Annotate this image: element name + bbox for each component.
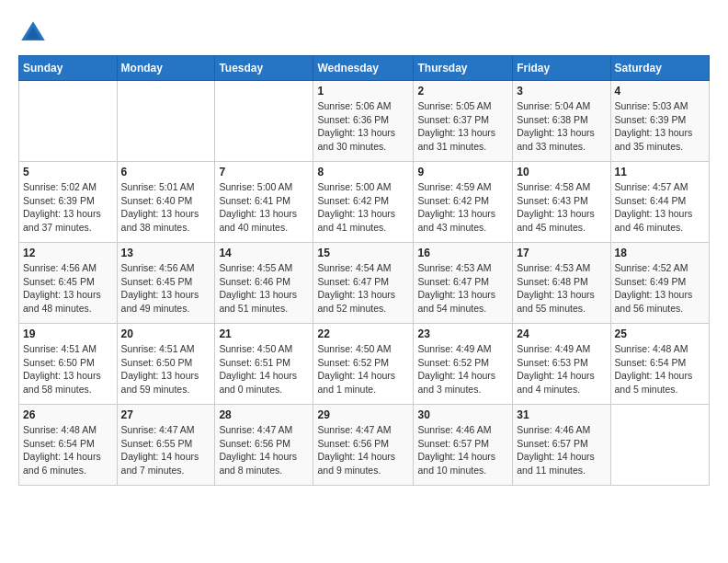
calendar-cell: 27Sunrise: 4:47 AM Sunset: 6:55 PM Dayli… bbox=[117, 405, 215, 486]
day-detail: Sunrise: 4:59 AM Sunset: 6:42 PM Dayligh… bbox=[417, 180, 508, 235]
day-header-wednesday: Wednesday bbox=[313, 56, 414, 81]
logo bbox=[18, 18, 51, 48]
page-container: SundayMondayTuesdayWednesdayThursdayFrid… bbox=[18, 18, 710, 486]
calendar-cell: 16Sunrise: 4:53 AM Sunset: 6:47 PM Dayli… bbox=[414, 243, 513, 324]
day-number: 9 bbox=[417, 166, 508, 178]
calendar-cell: 29Sunrise: 4:47 AM Sunset: 6:56 PM Dayli… bbox=[313, 405, 414, 486]
calendar-cell: 13Sunrise: 4:56 AM Sunset: 6:45 PM Dayli… bbox=[117, 243, 215, 324]
day-detail: Sunrise: 4:46 AM Sunset: 6:57 PM Dayligh… bbox=[517, 423, 606, 477]
day-detail: Sunrise: 5:03 AM Sunset: 6:39 PM Dayligh… bbox=[615, 99, 705, 154]
day-number: 14 bbox=[219, 247, 309, 259]
day-header-friday: Friday bbox=[513, 56, 610, 81]
calendar-cell: 31Sunrise: 4:46 AM Sunset: 6:57 PM Dayli… bbox=[513, 405, 610, 486]
day-header-monday: Monday bbox=[117, 56, 215, 81]
calendar-cell: 8Sunrise: 5:00 AM Sunset: 6:42 PM Daylig… bbox=[313, 162, 414, 243]
calendar-cell: 6Sunrise: 5:01 AM Sunset: 6:40 PM Daylig… bbox=[117, 162, 215, 243]
day-number: 18 bbox=[615, 247, 705, 259]
day-header-thursday: Thursday bbox=[414, 56, 513, 81]
day-detail: Sunrise: 5:01 AM Sunset: 6:40 PM Dayligh… bbox=[121, 180, 211, 235]
day-detail: Sunrise: 4:53 AM Sunset: 6:48 PM Dayligh… bbox=[517, 261, 606, 316]
calendar-cell: 22Sunrise: 4:50 AM Sunset: 6:52 PM Dayli… bbox=[313, 324, 414, 405]
day-detail: Sunrise: 4:54 AM Sunset: 6:47 PM Dayligh… bbox=[317, 261, 409, 316]
calendar-cell: 1Sunrise: 5:06 AM Sunset: 6:36 PM Daylig… bbox=[313, 81, 414, 162]
week-row-2: 5Sunrise: 5:02 AM Sunset: 6:39 PM Daylig… bbox=[19, 162, 710, 243]
day-detail: Sunrise: 4:47 AM Sunset: 6:55 PM Dayligh… bbox=[121, 423, 211, 477]
day-detail: Sunrise: 5:00 AM Sunset: 6:42 PM Dayligh… bbox=[317, 180, 409, 235]
week-row-1: 1Sunrise: 5:06 AM Sunset: 6:36 PM Daylig… bbox=[19, 81, 710, 162]
day-number: 29 bbox=[317, 408, 409, 421]
day-detail: Sunrise: 4:58 AM Sunset: 6:43 PM Dayligh… bbox=[517, 180, 606, 235]
day-detail: Sunrise: 4:47 AM Sunset: 6:56 PM Dayligh… bbox=[219, 423, 309, 477]
calendar-cell: 14Sunrise: 4:55 AM Sunset: 6:46 PM Dayli… bbox=[215, 243, 313, 324]
day-header-saturday: Saturday bbox=[610, 56, 709, 81]
calendar-cell: 15Sunrise: 4:54 AM Sunset: 6:47 PM Dayli… bbox=[313, 243, 414, 324]
day-detail: Sunrise: 4:48 AM Sunset: 6:54 PM Dayligh… bbox=[23, 423, 113, 477]
day-detail: Sunrise: 5:06 AM Sunset: 6:36 PM Dayligh… bbox=[317, 99, 409, 154]
calendar-cell: 17Sunrise: 4:53 AM Sunset: 6:48 PM Dayli… bbox=[513, 243, 610, 324]
day-number: 15 bbox=[317, 247, 409, 259]
day-number: 24 bbox=[517, 327, 606, 340]
calendar-cell: 28Sunrise: 4:47 AM Sunset: 6:56 PM Dayli… bbox=[215, 405, 313, 486]
day-number: 20 bbox=[121, 327, 211, 340]
day-number: 6 bbox=[121, 166, 211, 178]
day-number: 31 bbox=[517, 408, 606, 421]
day-detail: Sunrise: 4:52 AM Sunset: 6:49 PM Dayligh… bbox=[615, 261, 705, 316]
calendar-cell bbox=[117, 81, 215, 162]
day-number: 26 bbox=[23, 408, 113, 421]
week-row-3: 12Sunrise: 4:56 AM Sunset: 6:45 PM Dayli… bbox=[19, 243, 710, 324]
day-number: 4 bbox=[615, 85, 705, 98]
day-detail: Sunrise: 4:50 AM Sunset: 6:51 PM Dayligh… bbox=[219, 342, 309, 396]
calendar-cell: 19Sunrise: 4:51 AM Sunset: 6:50 PM Dayli… bbox=[19, 324, 118, 405]
day-number: 23 bbox=[417, 327, 508, 340]
header-row: SundayMondayTuesdayWednesdayThursdayFrid… bbox=[19, 56, 710, 81]
day-number: 3 bbox=[517, 85, 606, 98]
calendar-cell: 9Sunrise: 4:59 AM Sunset: 6:42 PM Daylig… bbox=[414, 162, 513, 243]
day-number: 12 bbox=[23, 247, 113, 259]
day-detail: Sunrise: 4:53 AM Sunset: 6:47 PM Dayligh… bbox=[417, 261, 508, 316]
calendar-cell bbox=[19, 81, 118, 162]
calendar-cell: 21Sunrise: 4:50 AM Sunset: 6:51 PM Dayli… bbox=[215, 324, 313, 405]
day-number: 1 bbox=[317, 85, 409, 98]
day-number: 8 bbox=[317, 166, 409, 178]
day-detail: Sunrise: 4:51 AM Sunset: 6:50 PM Dayligh… bbox=[23, 342, 113, 396]
day-detail: Sunrise: 4:49 AM Sunset: 6:52 PM Dayligh… bbox=[417, 342, 508, 396]
day-number: 28 bbox=[219, 408, 309, 421]
calendar-cell: 25Sunrise: 4:48 AM Sunset: 6:54 PM Dayli… bbox=[610, 324, 709, 405]
day-number: 17 bbox=[517, 247, 606, 259]
header bbox=[18, 18, 710, 48]
day-detail: Sunrise: 4:51 AM Sunset: 6:50 PM Dayligh… bbox=[121, 342, 211, 396]
day-number: 25 bbox=[615, 327, 705, 340]
calendar-cell: 10Sunrise: 4:58 AM Sunset: 6:43 PM Dayli… bbox=[513, 162, 610, 243]
calendar-cell: 3Sunrise: 5:04 AM Sunset: 6:38 PM Daylig… bbox=[513, 81, 610, 162]
day-detail: Sunrise: 4:56 AM Sunset: 6:45 PM Dayligh… bbox=[121, 261, 211, 316]
calendar-cell: 4Sunrise: 5:03 AM Sunset: 6:39 PM Daylig… bbox=[610, 81, 709, 162]
day-number: 11 bbox=[615, 166, 705, 178]
calendar-cell: 7Sunrise: 5:00 AM Sunset: 6:41 PM Daylig… bbox=[215, 162, 313, 243]
calendar-cell: 18Sunrise: 4:52 AM Sunset: 6:49 PM Dayli… bbox=[610, 243, 709, 324]
day-detail: Sunrise: 4:48 AM Sunset: 6:54 PM Dayligh… bbox=[615, 342, 705, 396]
calendar-cell: 20Sunrise: 4:51 AM Sunset: 6:50 PM Dayli… bbox=[117, 324, 215, 405]
calendar-cell bbox=[610, 405, 709, 486]
day-number: 30 bbox=[417, 408, 508, 421]
day-number: 21 bbox=[219, 327, 309, 340]
calendar-cell: 24Sunrise: 4:49 AM Sunset: 6:53 PM Dayli… bbox=[513, 324, 610, 405]
day-number: 19 bbox=[23, 327, 113, 340]
day-detail: Sunrise: 5:00 AM Sunset: 6:41 PM Dayligh… bbox=[219, 180, 309, 235]
day-number: 13 bbox=[121, 247, 211, 259]
day-detail: Sunrise: 5:04 AM Sunset: 6:38 PM Dayligh… bbox=[517, 99, 606, 154]
day-detail: Sunrise: 4:47 AM Sunset: 6:56 PM Dayligh… bbox=[317, 423, 409, 477]
day-number: 22 bbox=[317, 327, 409, 340]
calendar-table: SundayMondayTuesdayWednesdayThursdayFrid… bbox=[18, 55, 710, 486]
day-number: 7 bbox=[219, 166, 309, 178]
calendar-cell: 2Sunrise: 5:05 AM Sunset: 6:37 PM Daylig… bbox=[414, 81, 513, 162]
calendar-cell: 30Sunrise: 4:46 AM Sunset: 6:57 PM Dayli… bbox=[414, 405, 513, 486]
day-detail: Sunrise: 5:05 AM Sunset: 6:37 PM Dayligh… bbox=[417, 99, 508, 154]
week-row-4: 19Sunrise: 4:51 AM Sunset: 6:50 PM Dayli… bbox=[19, 324, 710, 405]
day-number: 16 bbox=[417, 247, 508, 259]
day-detail: Sunrise: 5:02 AM Sunset: 6:39 PM Dayligh… bbox=[23, 180, 113, 235]
calendar-cell: 5Sunrise: 5:02 AM Sunset: 6:39 PM Daylig… bbox=[19, 162, 118, 243]
day-number: 10 bbox=[517, 166, 606, 178]
calendar-cell: 12Sunrise: 4:56 AM Sunset: 6:45 PM Dayli… bbox=[19, 243, 118, 324]
day-number: 5 bbox=[23, 166, 113, 178]
day-detail: Sunrise: 4:50 AM Sunset: 6:52 PM Dayligh… bbox=[317, 342, 409, 396]
